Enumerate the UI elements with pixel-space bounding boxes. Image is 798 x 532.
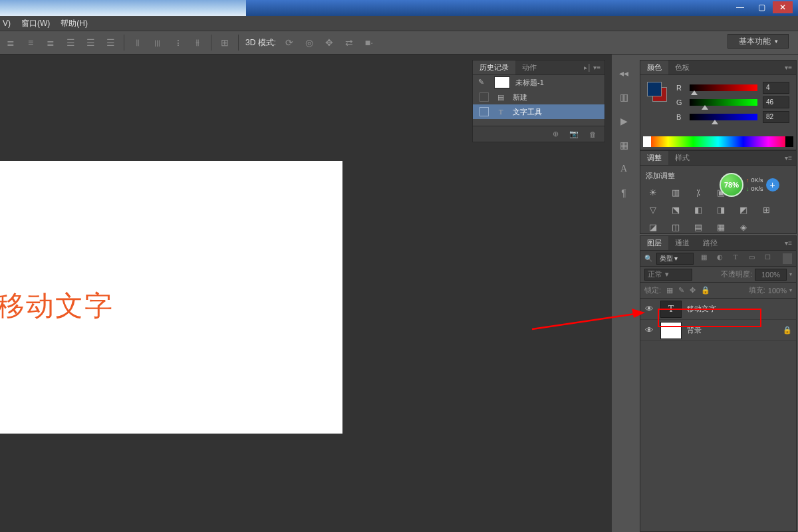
vibrance-icon[interactable]: ▽ — [646, 203, 660, 215]
tab-swatches[interactable]: 色板 — [668, 61, 696, 74]
invert-icon[interactable]: ◪ — [646, 221, 660, 233]
window-close-button[interactable]: ✕ — [773, 1, 793, 13]
channel-value-input[interactable]: 46 — [763, 96, 789, 108]
scale-icon[interactable]: ■· — [362, 36, 376, 49]
photo-filter-icon[interactable]: ◩ — [736, 203, 751, 215]
foreground-color[interactable] — [647, 82, 662, 96]
lock-transparent-icon[interactable]: ▦ — [666, 286, 673, 295]
selective-color-icon[interactable]: ◈ — [736, 221, 751, 233]
tab-history[interactable]: 历史记录 — [473, 61, 515, 74]
menu-item-help[interactable]: 帮助(H) — [61, 18, 88, 29]
color-spectrum[interactable] — [643, 136, 793, 147]
color-balance-icon[interactable]: ◧ — [691, 203, 706, 215]
posterize-icon[interactable]: ◫ — [668, 221, 683, 233]
expand-dock-icon[interactable]: ◂◂ — [615, 65, 632, 81]
filter-adjust-icon[interactable]: ◐ — [714, 253, 726, 264]
brush-preset-icon[interactable]: ▥ — [615, 89, 632, 105]
layer-name[interactable]: 移动文字 — [687, 304, 792, 314]
trash-icon[interactable]: 🗑 — [589, 130, 597, 138]
layer-thumb[interactable] — [660, 322, 682, 339]
workspace-selector[interactable]: 基本功能 ▾ — [728, 34, 789, 49]
foreground-background-swatch[interactable] — [647, 82, 667, 102]
speed-ball[interactable]: 78% — [720, 173, 743, 197]
visibility-eye-icon[interactable]: 👁 — [643, 304, 655, 314]
lock-all-icon[interactable]: 🔒 — [701, 286, 710, 295]
clone-src-icon[interactable]: ▦ — [615, 137, 632, 153]
layer-row[interactable]: 👁 T 移动文字 — [640, 299, 796, 320]
distribute-v-icon[interactable]: ⫼ — [151, 36, 164, 49]
fill-input[interactable]: 100% — [768, 287, 787, 295]
color-slider-b[interactable] — [690, 114, 757, 120]
curves-icon[interactable]: ⁒ — [691, 186, 706, 198]
layer-thumb[interactable]: T — [660, 301, 682, 318]
opacity-input[interactable]: 100% — [755, 269, 787, 281]
tab-channels[interactable]: 通道 — [668, 236, 696, 250]
tab-layers[interactable]: 图层 — [640, 236, 668, 250]
hue-icon[interactable]: ⬔ — [668, 203, 683, 215]
threshold-icon[interactable]: ▤ — [691, 221, 706, 233]
filter-smart-icon[interactable]: ☐ — [761, 253, 773, 264]
chevron-down-icon[interactable]: ▾ — [789, 287, 792, 293]
lock-pixels-icon[interactable]: ✎ — [678, 286, 684, 295]
channel-value-input[interactable]: 82 — [763, 111, 789, 123]
filter-shape-icon[interactable]: ▭ — [745, 253, 757, 264]
menu-item-window[interactable]: 窗口(W) — [21, 18, 50, 29]
history-step[interactable]: ▤ 新建 — [473, 90, 604, 104]
color-slider-g[interactable] — [690, 99, 757, 106]
filter-pixel-icon[interactable]: ▦ — [698, 253, 710, 264]
color-slider-r[interactable] — [690, 84, 757, 91]
distribute-h-icon[interactable]: ⫴ — [131, 36, 144, 49]
panel-menu-button[interactable]: ▸│ ▾≡ — [580, 61, 604, 74]
tab-paths[interactable]: 路径 — [696, 236, 724, 250]
history-document-row[interactable]: ✎ 未标题-1 — [473, 75, 604, 90]
visibility-eye-icon[interactable]: 👁 — [643, 325, 655, 335]
layer-name[interactable]: 背景 — [687, 325, 777, 335]
channel-mixer-icon[interactable]: ⊞ — [759, 203, 773, 215]
auto-align-icon[interactable]: ⊞ — [218, 36, 231, 49]
channel-value-input[interactable]: 4 — [763, 82, 789, 94]
panel-menu-button[interactable]: ▾≡ — [781, 61, 796, 74]
align-left-icon[interactable]: ≣ — [4, 36, 17, 49]
slide-icon[interactable]: ⇄ — [342, 36, 356, 49]
panel-menu-button[interactable]: ▾≡ — [781, 151, 796, 165]
pan-icon[interactable]: ✥ — [323, 36, 336, 49]
new-doc-from-state-icon[interactable]: ⊕ — [553, 130, 559, 138]
levels-icon[interactable]: ▥ — [668, 186, 683, 198]
orbit-icon[interactable]: ⟳ — [283, 36, 296, 49]
network-speed-widget[interactable]: 78% ↑0K/s ↓0K/s + — [720, 172, 798, 198]
align-middle-icon[interactable]: ☰ — [84, 36, 97, 49]
snapshot-icon[interactable]: 📷 — [569, 130, 579, 138]
menu-item-view[interactable]: V) — [3, 19, 11, 28]
window-maximize-button[interactable]: ▢ — [751, 1, 771, 13]
history-marker[interactable] — [479, 107, 489, 116]
align-right-icon[interactable]: ≣ — [44, 36, 57, 49]
play-icon[interactable]: ▶ — [615, 113, 632, 129]
paragraph-panel-icon[interactable]: ¶ — [615, 185, 632, 201]
align-center-icon[interactable]: ≡ — [24, 36, 37, 49]
roll-icon[interactable]: ◎ — [303, 36, 316, 49]
distribute-center-icon[interactable]: ⫶ — [171, 36, 184, 49]
accelerate-button[interactable]: + — [766, 178, 779, 192]
align-bottom-icon[interactable]: ☰ — [104, 36, 117, 49]
layer-row[interactable]: 👁 背景 🔒 — [640, 320, 796, 341]
distribute-h2-icon[interactable]: ⫵ — [191, 36, 204, 49]
blend-mode-select[interactable]: 正常▾ — [644, 269, 692, 281]
history-step[interactable]: T 文字工具 — [473, 104, 604, 119]
character-panel-icon[interactable]: A — [615, 161, 632, 177]
align-top-icon[interactable]: ☰ — [64, 36, 77, 49]
filter-type-select[interactable]: 类型▾ — [656, 253, 694, 265]
lock-position-icon[interactable]: ✥ — [690, 286, 696, 295]
filter-search-icon[interactable]: 🔍 — [644, 255, 652, 262]
brightness-icon[interactable]: ☀ — [646, 186, 660, 198]
chevron-down-icon[interactable]: ▾ — [789, 271, 792, 277]
history-marker[interactable] — [479, 92, 489, 102]
tab-adjustments[interactable]: 调整 — [640, 151, 668, 165]
bw-icon[interactable]: ◨ — [714, 203, 728, 215]
tab-actions[interactable]: 动作 — [515, 61, 543, 74]
canvas-text-layer[interactable]: 移动文字 — [0, 287, 114, 325]
document-canvas[interactable]: 移动文字 — [0, 161, 342, 434]
gradient-map-icon[interactable]: ▦ — [714, 221, 728, 233]
window-minimize-button[interactable]: — — [730, 1, 750, 13]
tab-styles[interactable]: 样式 — [668, 151, 696, 165]
panel-menu-button[interactable]: ▾≡ — [781, 236, 796, 250]
